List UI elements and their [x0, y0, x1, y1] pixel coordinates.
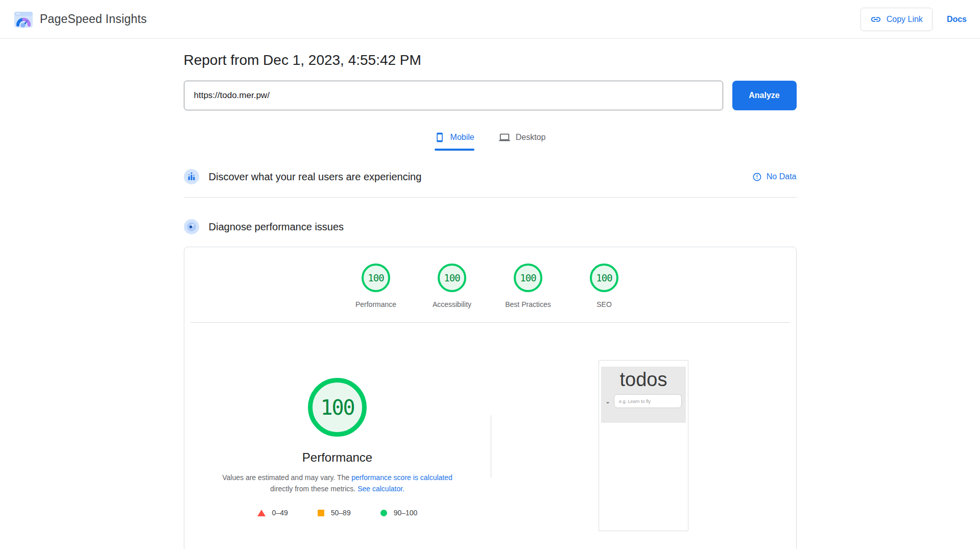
score-item-performance[interactable]: 100 Performance — [338, 264, 414, 308]
score-legend: 0–49 50–89 90–100 — [257, 509, 418, 517]
device-tabs: Mobile Desktop — [184, 132, 797, 151]
performance-gauge-title: Performance — [302, 450, 372, 465]
pagespeed-logo-icon — [13, 9, 34, 30]
tab-mobile[interactable]: Mobile — [435, 132, 474, 151]
score-item-accessibility[interactable]: 100 Accessibility — [414, 264, 490, 308]
green-circle-icon — [380, 510, 387, 516]
link-icon — [870, 14, 881, 25]
chevron-down-icon: ⌄ — [605, 398, 610, 404]
score-label: Accessibility — [433, 300, 471, 308]
note-text: Values are estimated and may vary. The — [222, 473, 351, 482]
app-header: PageSpeed Insights Copy Link Docs — [0, 0, 980, 39]
smartphone-icon — [435, 132, 445, 142]
main-content: Report from Dec 1, 2023, 4:55:42 PM Anal… — [184, 52, 797, 549]
page-screenshot-thumbnail: todos ⌄ — [599, 360, 688, 531]
laptop-icon — [499, 132, 510, 143]
thumbnail-input-row: ⌄ — [601, 394, 686, 408]
thumbnail-header-area: todos ⌄ — [601, 367, 686, 423]
no-data-label: No Data — [767, 172, 797, 181]
score-summary: 100 Performance 100 Accessibility 100 Be… — [184, 247, 796, 308]
legend-item-fail: 0–49 — [257, 509, 288, 517]
docs-link[interactable]: Docs — [947, 15, 967, 24]
orange-square-icon — [318, 510, 324, 516]
home-link[interactable]: PageSpeed Insights — [13, 9, 147, 30]
performance-gauge: 100 — [308, 378, 367, 437]
legend-range: 50–89 — [331, 509, 351, 517]
score-circle: 100 — [514, 264, 542, 292]
url-input[interactable] — [184, 81, 723, 110]
legend-item-average: 50–89 — [318, 509, 351, 517]
report-title: Report from Dec 1, 2023, 4:55:42 PM — [184, 52, 797, 68]
real-users-icon — [184, 169, 199, 184]
legend-range: 0–49 — [272, 509, 288, 517]
score-label: Best Practices — [505, 300, 551, 308]
score-circle: 100 — [362, 264, 390, 292]
tab-desktop[interactable]: Desktop — [499, 132, 546, 151]
tab-desktop-label: Desktop — [516, 133, 546, 142]
legend-range: 90–100 — [394, 509, 418, 517]
field-data-title: Discover what your real users are experi… — [209, 171, 422, 183]
legend-item-pass: 90–100 — [380, 509, 418, 517]
note-text: directly from these metrics. — [270, 485, 357, 493]
no-data-status[interactable]: No Data — [752, 172, 797, 182]
performance-detail: 100 Performance Values are estimated and… — [184, 323, 796, 531]
url-bar: Analyze — [184, 81, 797, 110]
analyze-button[interactable]: Analyze — [732, 81, 797, 110]
performance-gauge-column: 100 Performance Values are estimated and… — [184, 323, 491, 531]
score-item-best-practices[interactable]: 100 Best Practices — [490, 264, 566, 308]
thumbnail-todo-input — [614, 394, 682, 408]
section-divider — [184, 197, 797, 198]
copy-link-button[interactable]: Copy Link — [861, 8, 933, 31]
header-actions: Copy Link Docs — [861, 8, 967, 31]
diagnose-icon — [184, 219, 199, 234]
see-calculator-link[interactable]: See calculator. — [357, 485, 404, 493]
copy-link-label: Copy Link — [887, 15, 923, 24]
score-calc-link[interactable]: performance score is calculated — [351, 473, 452, 482]
gauge-note: Values are estimated and may vary. The p… — [212, 472, 463, 494]
screenshot-column: todos ⌄ — [491, 323, 796, 531]
red-triangle-icon — [257, 510, 266, 516]
score-item-seo[interactable]: 100 SEO — [566, 264, 642, 308]
score-label: Performance — [355, 300, 396, 308]
app-title: PageSpeed Insights — [40, 12, 147, 26]
score-circle: 100 — [438, 264, 466, 292]
field-data-section: Discover what your real users are experi… — [184, 169, 797, 184]
report-card: 100 Performance 100 Accessibility 100 Be… — [184, 247, 797, 549]
lab-data-section: Diagnose performance issues — [184, 219, 797, 234]
tab-mobile-label: Mobile — [450, 133, 474, 142]
score-label: SEO — [596, 300, 612, 308]
lab-data-title: Diagnose performance issues — [209, 221, 344, 233]
info-alert-icon — [752, 172, 762, 182]
score-circle: 100 — [590, 264, 618, 292]
thumbnail-app-title: todos — [601, 369, 686, 391]
